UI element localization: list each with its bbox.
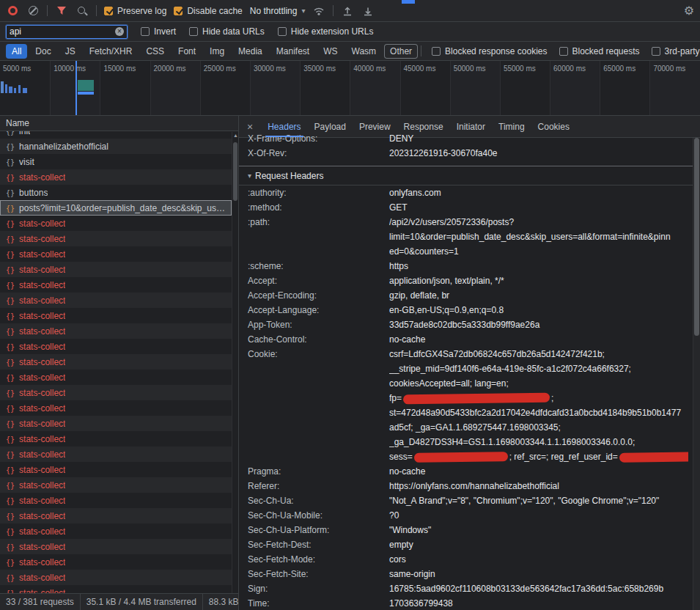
tab-timing[interactable]: Timing xyxy=(492,116,531,137)
preserve-log-checkbox[interactable]: Preserve log xyxy=(104,6,166,16)
type-filter-img[interactable]: Img xyxy=(204,44,230,59)
request-row-stats-collect[interactable]: stats-collect xyxy=(0,246,232,262)
request-row-stats-collect[interactable]: stats-collect xyxy=(0,554,232,570)
request-row-stats-collect[interactable]: stats-collect xyxy=(0,339,232,354)
tab-response[interactable]: Response xyxy=(397,116,450,137)
request-name: stats-collect xyxy=(19,280,65,290)
request-row-stats-collect[interactable]: stats-collect xyxy=(0,385,232,400)
request-row-stats-collect[interactable]: stats-collect xyxy=(0,323,232,339)
checkbox-blocked-requests[interactable]: Blocked requests xyxy=(559,46,640,56)
scrollbar-thumb[interactable] xyxy=(233,142,237,201)
request-row-stats-collect[interactable]: stats-collect xyxy=(0,231,232,246)
record-button[interactable] xyxy=(6,4,19,18)
type-filter-ws[interactable]: WS xyxy=(317,44,343,59)
request-row-stats-collect[interactable]: stats-collect xyxy=(0,523,232,539)
throttling-dropdown[interactable]: No throttling xyxy=(250,6,306,16)
header-name: App-Token: xyxy=(248,317,389,332)
timeline-column: 35000 ms xyxy=(300,61,350,115)
settings-button[interactable] xyxy=(684,5,694,17)
toolbar-separator xyxy=(96,5,97,16)
request-row-stats-collect[interactable]: stats-collect xyxy=(0,370,232,385)
type-filter-wasm[interactable]: Wasm xyxy=(346,44,383,59)
filter-input[interactable] xyxy=(10,26,112,37)
details-scrollbar[interactable] xyxy=(693,138,700,610)
request-row-stats-collect[interactable]: stats-collect xyxy=(0,539,232,554)
hide-extension-urls-checkbox[interactable]: Hide extension URLs xyxy=(278,26,374,37)
clear-filter-icon[interactable] xyxy=(115,27,124,36)
scrollbar-thumb[interactable] xyxy=(694,138,699,336)
request-row-stats-collect[interactable]: stats-collect xyxy=(0,169,232,185)
network-conditions-button[interactable] xyxy=(312,4,325,18)
tab-headers[interactable]: Headers xyxy=(261,116,307,137)
request-name: stats-collect xyxy=(19,465,65,475)
waterfall-overview[interactable]: 5000 ms10000 ms15000 ms20000 ms25000 ms3… xyxy=(0,61,700,116)
request-row-stats-collect[interactable]: stats-collect xyxy=(0,354,232,370)
request-row-visit[interactable]: visit xyxy=(0,154,232,169)
request-row-stats-collect[interactable]: stats-collect xyxy=(0,400,232,416)
request-row-stats-collect[interactable]: stats-collect xyxy=(0,570,232,585)
request-row-stats-collect[interactable]: stats-collect xyxy=(0,216,232,231)
request-row-stats-collect[interactable]: stats-collect xyxy=(0,462,232,477)
hide-data-urls-checkbox[interactable]: Hide data URLs xyxy=(189,26,265,37)
name-column-header[interactable]: Name xyxy=(0,116,238,131)
type-filter-css[interactable]: CSS xyxy=(140,44,170,59)
request-row-buttons[interactable]: buttons xyxy=(0,185,232,200)
checkbox-box xyxy=(174,7,183,15)
checkbox-box xyxy=(278,27,287,36)
request-row-init[interactable]: init xyxy=(0,131,232,139)
clear-icon xyxy=(29,6,38,15)
header-name: Accept-Encoding: xyxy=(248,288,389,303)
request-row-stats-collect[interactable]: stats-collect xyxy=(0,262,232,277)
invert-checkbox[interactable]: Invert xyxy=(141,26,176,37)
request-name: stats-collect xyxy=(19,234,65,244)
request-row-stats-collect[interactable]: stats-collect xyxy=(0,477,232,493)
filter-toggle-button[interactable] xyxy=(55,4,68,18)
type-filter-fetch-xhr[interactable]: Fetch/XHR xyxy=(84,44,139,59)
type-filter-all[interactable]: All xyxy=(6,44,27,59)
request-row-stats-collect[interactable]: stats-collect xyxy=(0,416,232,431)
json-file-icon xyxy=(6,434,15,444)
import-har-button[interactable] xyxy=(341,4,354,18)
request-row-stats-collect[interactable]: stats-collect xyxy=(0,508,232,523)
tab-cookies[interactable]: Cookies xyxy=(531,116,576,137)
header-value: application/json, text/plain, */* xyxy=(389,273,688,288)
export-har-button[interactable] xyxy=(361,4,375,18)
type-filter-font[interactable]: Font xyxy=(172,44,202,59)
checkbox-blocked-response-cookies[interactable]: Blocked response cookies xyxy=(432,46,547,56)
import-icon xyxy=(342,6,353,16)
checkbox-label: Blocked response cookies xyxy=(445,46,547,56)
request-row-stats-collect[interactable]: stats-collect xyxy=(0,493,232,508)
type-filter-manifest[interactable]: Manifest xyxy=(270,44,315,59)
request-name: posts?limit=10&order=publish_date_desc&s… xyxy=(19,203,226,213)
tab-preview[interactable]: Preview xyxy=(353,116,397,137)
json-file-icon xyxy=(6,342,15,352)
request-name: stats-collect xyxy=(19,542,65,552)
type-filter-media[interactable]: Media xyxy=(232,44,268,59)
type-filter-js[interactable]: JS xyxy=(59,44,81,59)
json-file-icon xyxy=(6,480,15,490)
tab-payload[interactable]: Payload xyxy=(308,116,353,137)
type-filter-pills: AllDocJSFetch/XHRCSSFontImgMediaManifest… xyxy=(6,44,418,59)
request-row-stats-collect[interactable]: stats-collect xyxy=(0,431,232,447)
request-row-hannahelizabethofficial[interactable]: hannahelizabethofficial xyxy=(0,139,232,154)
request-headers-section-toggle[interactable]: Request Headers xyxy=(239,166,700,185)
request-name: stats-collect xyxy=(19,403,65,414)
checkbox-3rd-party-requests[interactable]: 3rd-party requests xyxy=(652,46,700,56)
request-row-stats-collect[interactable]: stats-collect xyxy=(0,308,232,323)
request-list-scrollbar[interactable] xyxy=(232,132,238,593)
search-button[interactable] xyxy=(75,4,89,18)
request-row-stats-collect[interactable]: stats-collect xyxy=(0,447,232,462)
timeline-column: 25000 ms xyxy=(200,61,250,115)
timeline-label: 65000 ms xyxy=(603,65,635,73)
type-filter-doc[interactable]: Doc xyxy=(29,44,56,59)
request-row-posts-limit-10-order-publish-date-desc-s[interactable]: posts?limit=10&order=publish_date_desc&s… xyxy=(0,200,232,216)
tab-initiator[interactable]: Initiator xyxy=(450,116,492,137)
type-filter-other[interactable]: Other xyxy=(384,44,418,59)
request-row-stats-collect[interactable]: stats-collect xyxy=(0,585,232,593)
clear-log-button[interactable] xyxy=(26,4,40,18)
request-row-stats-collect[interactable]: stats-collect xyxy=(0,293,232,308)
request-row-stats-collect[interactable]: stats-collect xyxy=(0,277,232,293)
disable-cache-checkbox[interactable]: Disable cache xyxy=(174,6,242,16)
header-row: Referer:https://onlyfans.com/hannaheliza… xyxy=(248,479,688,493)
header-name: Sec-Fetch-Mode: xyxy=(248,552,389,567)
